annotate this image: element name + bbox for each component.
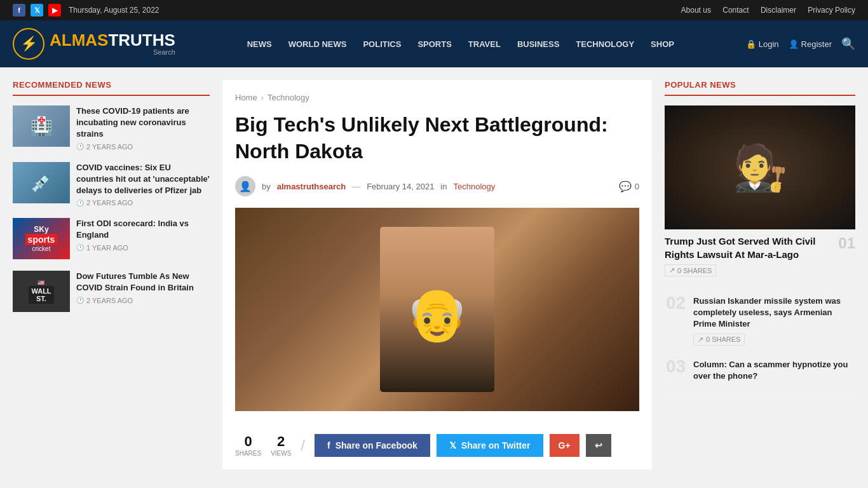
nav-technology[interactable]: TECHNOLOGY [568,27,642,62]
article-thumb: SKy sports cricket [13,218,70,259]
top-bar-date: Thursday, August 25, 2022 [69,6,159,15]
popular-main-info: Trump Just Got Served With Civil Rights … [665,234,832,276]
article-link[interactable]: COVID vaccines: Six EU countries hit out… [76,163,210,195]
wall-street-image: 🇺🇸 WALLST. [26,277,56,306]
contact-link[interactable]: Contact [722,6,749,15]
popular-item-info: Column: Can a scammer hypnotize you over… [693,359,855,385]
logo-main: ALMAS [50,30,108,50]
in-label: in [440,182,447,191]
views-count: 2 VIEWS [271,433,291,457]
sidebar-left: RECOMMENDED NEWS 🏥 These COVID-19 patien… [13,80,210,470]
comment-number: 0 [635,182,639,191]
article-meta: 🕐 2 YEARS AGO [76,297,210,304]
social-icons: f 𝕏 ▶ [13,4,61,17]
shares-number: 0 [235,433,261,450]
clock-icon: 🕐 [76,297,84,304]
nav-shop[interactable]: SHOP [643,27,682,62]
views-label: VIEWS [271,450,291,457]
article-thumb: 🇺🇸 WALLST. [13,271,70,312]
meta-dash: — [352,182,360,191]
svg-text:⚡: ⚡ [20,35,38,52]
popular-item-link[interactable]: Russian Iskander missile system was comp… [693,296,841,329]
article-link[interactable]: First ODI scorecard: India vs England [76,219,189,240]
top-bar: f 𝕏 ▶ Thursday, August 25, 2022 About us… [0,0,868,20]
nav-news[interactable]: NEWS [240,27,280,62]
login-link[interactable]: 🔒 Login [746,39,779,49]
article-info: First ODI scorecard: India vs England 🕐 … [76,218,210,251]
article-age: 2 YEARS AGO [86,199,133,207]
list-item: SKy sports cricket First ODI scorecard: … [13,218,210,259]
search-button[interactable]: 🔍 [841,37,855,51]
share-twitter-button[interactable]: 𝕏 Share on Twitter [437,434,543,457]
article-date: February 14, 2021 [367,182,434,191]
popular-item-number: 01 [838,234,855,252]
list-item: 🇺🇸 WALLST. Dow Futures Tumble As New COV… [13,271,210,312]
list-item: 🏥 These COVID-19 patients are incubating… [13,105,210,151]
article-age: 1 YEAR AGO [86,244,128,252]
views-number: 2 [271,433,291,450]
recommended-news-title: RECOMMENDED NEWS [13,80,210,96]
popular-item-link[interactable]: Column: Can a scammer hypnotize you over… [693,360,848,381]
shares-badge: ↗ 0 SHARES [665,264,716,276]
main-nav: NEWS WORLD NEWS POLITICS SPORTS TRAVEL B… [240,27,682,62]
header: ⚡ ALMASTRUTHS Search NEWS WORLD NEWS POL… [0,20,868,67]
nav-world-news[interactable]: WORLD NEWS [281,27,355,62]
popular-main-title-link[interactable]: Trump Just Got Served With Civil Rights … [665,234,832,261]
share-twitter-label: Share on Twitter [461,440,531,451]
nav-business[interactable]: BUSINESS [510,27,567,62]
breadcrumb-separator: › [261,93,264,102]
facebook-share-icon: f [327,440,330,451]
privacy-link[interactable]: Privacy Policy [808,6,855,15]
article-link[interactable]: These COVID-19 patients are incubating n… [76,106,189,139]
main-wrapper: RECOMMENDED NEWS 🏥 These COVID-19 patien… [0,67,868,482]
share-bar: 0 SHARES 2 VIEWS / f Share on Facebook 𝕏… [235,424,639,457]
popular-item-number: 02 [665,293,687,346]
logo-icon: ⚡ [13,28,44,60]
popular-item-shares: ↗ 0 SHARES [693,334,855,346]
popular-news-title: POPULAR NEWS [665,80,855,96]
nav-sports[interactable]: SPORTS [410,27,459,62]
disclaimer-link[interactable]: Disclaimer [761,6,796,15]
popular-item: 03 Column: Can a scammer hypnotize you o… [665,353,855,392]
share-facebook-button[interactable]: f Share on Facebook [315,434,430,457]
popular-main-shares: ↗ 0 SHARES [665,264,832,276]
popular-item: 02 Russian Iskander missile system was c… [665,289,855,353]
list-item: 💉 COVID vaccines: Six EU countries hit o… [13,162,210,207]
article-category-link[interactable]: Technology [453,182,495,191]
facebook-icon[interactable]: f [13,4,25,17]
shares-count-text: 0 SHARES [677,267,712,274]
main-content: Home › Technology Big Tech's Unlikely Ne… [222,80,652,470]
shares-badge: ↗ 0 SHARES [693,334,745,346]
article-info: Dow Futures Tumble As New COVID Strain F… [76,271,210,304]
share-googleplus-button[interactable]: G+ [550,434,580,457]
author-avatar: 👤 [235,176,255,196]
nav-travel[interactable]: TRAVEL [461,27,508,62]
article-thumb: 💉 [13,162,70,203]
article-link[interactable]: Dow Futures Tumble As New COVID Strain F… [76,271,194,292]
shares-count: 0 SHARES [235,433,261,457]
nav-politics[interactable]: POLITICS [355,27,409,62]
twitter-icon[interactable]: 𝕏 [31,4,43,17]
article-thumb: 🏥 [13,105,70,147]
by-label: by [262,182,271,191]
share-button[interactable]: ↩ [586,434,611,457]
share-icon: ↗ [669,266,675,274]
about-link[interactable]: About us [681,6,711,15]
comment-count: 💬 0 [619,180,639,193]
breadcrumb-category[interactable]: Technology [268,93,309,102]
twitter-share-icon: 𝕏 [449,440,456,451]
article-title: Big Tech's Unlikely Next Battleground: N… [235,112,639,165]
youtube-icon[interactable]: ▶ [48,4,61,17]
trump-image: 🧑‍⚖️ [665,105,855,229]
article-meta-bar: 👤 by almastruthsearch — February 14, 202… [235,176,639,196]
clock-icon: 🕐 [76,200,84,207]
logo[interactable]: ⚡ ALMASTRUTHS Search [13,20,175,67]
comment-icon: 💬 [619,180,632,193]
article-info: These COVID-19 patients are incubating n… [76,105,210,151]
author-name[interactable]: almastruthsearch [277,182,346,191]
article-image: 👴 [235,208,639,411]
breadcrumb-home[interactable]: Home [235,93,257,102]
shares-label: SHARES [235,450,261,457]
article-meta: 🕐 1 YEAR AGO [76,244,210,252]
register-link[interactable]: 👤 Register [789,39,832,49]
